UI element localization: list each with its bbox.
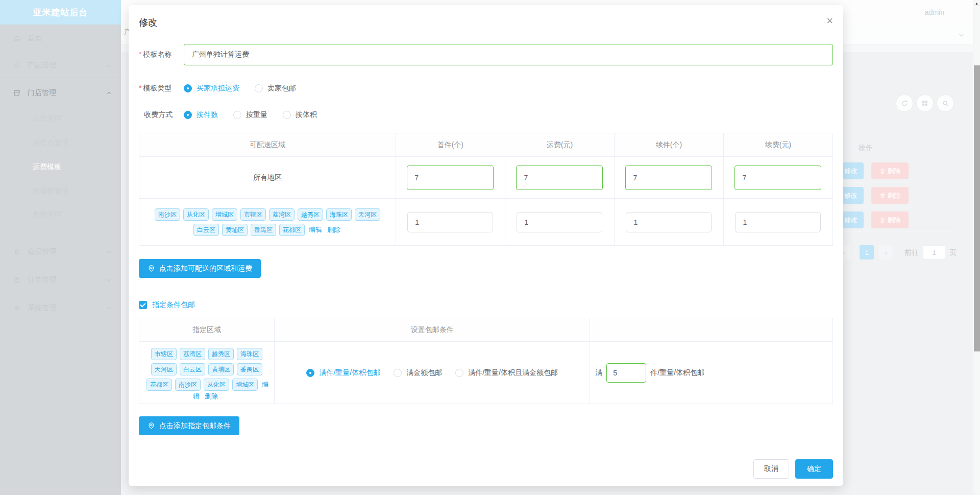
threshold-value-input[interactable]	[606, 363, 646, 383]
radio-label: 满金额包邮	[406, 368, 442, 378]
radio-by-weight[interactable]: 按重量	[233, 110, 267, 120]
close-icon[interactable]: ×	[826, 16, 833, 26]
radio-by-quantity[interactable]: 按件数	[184, 110, 218, 120]
required-mark: *	[139, 84, 141, 92]
region-tag: 番禺区	[251, 224, 276, 236]
radio-label: 按体积	[296, 110, 317, 120]
modal-footer: 取消 确定	[753, 459, 833, 479]
first-item-input[interactable]	[407, 166, 494, 190]
radio-label: 满件/重量/体积包邮	[319, 368, 380, 378]
edit-template-modal: 修改 × *模板名称 *模板类型 买家承担运费 卖家包邮 收费方式	[129, 5, 843, 486]
region-tag: 从化区	[183, 208, 209, 221]
shipping-fee-input[interactable]	[516, 166, 603, 190]
additional-item-input[interactable]	[625, 166, 712, 190]
template-type-options: 买家承担运费 卖家包邮	[184, 84, 311, 93]
edit-regions-link[interactable]: 编辑	[309, 226, 322, 233]
radio-label: 买家承担运费	[197, 84, 239, 93]
region-tag: 海珠区	[326, 208, 352, 221]
region-tag: 天河区	[151, 363, 177, 375]
radio-by-volume[interactable]: 按体积	[283, 110, 317, 120]
column-header	[590, 318, 833, 342]
free-condition-checkbox-row[interactable]: 指定条件包邮	[139, 300, 833, 310]
shipping-table-header-row: 可配送区域 首件(个) 运费(元) 续件(个) 续费(元)	[139, 133, 833, 157]
radio-label: 按重量	[246, 110, 267, 120]
radio-seller-free-shipping[interactable]: 卖家包邮	[255, 84, 296, 93]
column-header: 设置包邮条件	[275, 318, 590, 342]
threshold-prefix: 满	[595, 368, 602, 378]
condition-table-row: 市辖区荔湾区越秀区海珠区天河区白云区黄埔区番禺区花都区南沙区从化区增城区编辑删除…	[139, 342, 833, 404]
radio-amount-threshold[interactable]: 满金额包邮	[394, 368, 442, 378]
checkbox-checked-icon[interactable]	[139, 301, 147, 309]
region-tag: 南沙区	[155, 208, 180, 221]
modal-title: 修改	[139, 16, 157, 29]
radio-quantity-and-amount-threshold[interactable]: 满件/重量/体积且满金额包邮	[455, 368, 558, 378]
region-tag: 天河区	[355, 208, 380, 221]
radio-dot-icon	[455, 369, 463, 377]
location-icon	[148, 422, 155, 430]
condition-region-tags: 市辖区荔湾区越秀区海珠区天河区白云区黄埔区番禺区花都区南沙区从化区增城区编辑删除	[139, 343, 274, 403]
template-type-label: *模板类型	[139, 84, 184, 93]
column-header: 运费(元)	[505, 133, 614, 157]
threshold-setting: 满 件/重量/体积包邮	[595, 363, 832, 383]
region-tag: 花都区	[146, 379, 172, 391]
region-tag: 白云区	[180, 363, 205, 375]
charge-method-row: 收费方式 按件数 按重量 按体积	[139, 110, 833, 120]
shipping-fee-input[interactable]	[517, 212, 602, 232]
condition-table-header-row: 指定区域 设置包邮条件	[139, 318, 833, 342]
charge-method-label: 收费方式	[139, 110, 184, 120]
table-row-all-regions: 所有地区	[139, 157, 833, 199]
first-item-input[interactable]	[407, 212, 493, 232]
region-tag: 市辖区	[151, 348, 177, 360]
template-type-row: *模板类型 买家承担运费 卖家包邮	[139, 84, 833, 93]
modal-header: 修改 ×	[129, 5, 843, 29]
template-name-input[interactable]	[184, 44, 833, 65]
column-header: 首件(个)	[396, 133, 505, 157]
region-tag: 花都区	[279, 224, 305, 236]
radio-dot-icon	[283, 111, 291, 119]
free-condition-table: 指定区域 设置包邮条件 市辖区荔湾区越秀区海珠区天河区白云区黄埔区番禺区花都区南…	[139, 318, 833, 404]
region-cell: 所有地区	[139, 157, 396, 199]
region-tag: 增城区	[212, 208, 237, 221]
shipping-fee-table: 可配送区域 首件(个) 运费(元) 续件(个) 续费(元) 所有地区	[139, 133, 833, 246]
region-tag: 番禺区	[237, 363, 262, 375]
cancel-button[interactable]: 取消	[753, 459, 789, 479]
free-shipping-condition-options: 满件/重量/体积包邮 满金额包邮 满件/重量/体积且满金额包邮	[275, 368, 590, 378]
add-region-button[interactable]: 点击添加可配送的区域和运费	[139, 259, 261, 278]
table-row-custom-regions: 南沙区从化区增城区市辖区荔湾区越秀区海珠区天河区白云区黄埔区番禺区花都区编辑删除	[139, 199, 833, 246]
template-name-row: *模板名称	[139, 44, 833, 65]
region-tag: 南沙区	[175, 379, 201, 391]
column-header: 可配送区域	[139, 133, 396, 157]
additional-fee-input[interactable]	[734, 166, 821, 190]
column-header: 续件(个)	[614, 133, 723, 157]
region-tag: 黄埔区	[222, 224, 248, 236]
region-tag: 从化区	[204, 379, 229, 391]
required-mark: *	[139, 50, 141, 58]
region-tags: 南沙区从化区增城区市辖区荔湾区越秀区海珠区天河区白云区黄埔区番禺区花都区编辑删除	[139, 204, 396, 241]
charge-method-options: 按件数 按重量 按体积	[184, 110, 332, 120]
add-region-button-label: 点击添加可配送的区域和运费	[159, 264, 252, 273]
add-condition-button[interactable]: 点击添加指定包邮条件	[139, 416, 239, 435]
radio-buyer-pays-shipping[interactable]: 买家承担运费	[184, 84, 239, 93]
additional-fee-input[interactable]	[735, 212, 821, 232]
add-condition-button-label: 点击添加指定包邮条件	[159, 421, 231, 431]
delete-regions-link[interactable]: 删除	[205, 392, 218, 400]
confirm-button[interactable]: 确定	[795, 459, 833, 479]
region-tag: 越秀区	[298, 208, 323, 221]
checkbox-label: 指定条件包邮	[152, 300, 195, 310]
radio-quantity-threshold[interactable]: 满件/重量/体积包邮	[306, 368, 380, 378]
radio-label: 卖家包邮	[267, 84, 296, 93]
radio-dot-icon	[394, 369, 402, 377]
location-icon	[148, 265, 155, 272]
additional-item-input[interactable]	[626, 212, 712, 232]
radio-label: 满件/重量/体积且满金额包邮	[468, 368, 558, 378]
radio-dot-icon	[233, 111, 241, 119]
region-tag: 荔湾区	[180, 348, 205, 360]
radio-dot-icon	[306, 369, 314, 377]
region-tag: 海珠区	[237, 348, 262, 360]
radio-dot-icon	[184, 111, 192, 119]
region-tag: 越秀区	[208, 348, 234, 360]
delete-regions-link[interactable]: 删除	[327, 226, 340, 233]
threshold-suffix: 件/重量/体积包邮	[650, 368, 704, 378]
column-header: 指定区域	[139, 318, 275, 342]
region-tag: 市辖区	[240, 208, 266, 221]
